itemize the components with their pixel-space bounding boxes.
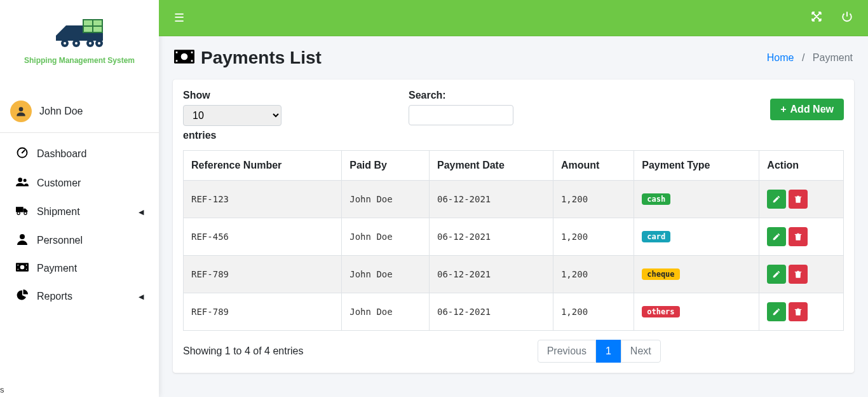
svg-point-28 <box>26 269 27 270</box>
sidebar-item-label: Payment <box>37 263 77 274</box>
cell-paidby: John Doe <box>342 218 430 256</box>
length-select[interactable]: 10 <box>183 105 281 126</box>
svg-point-9 <box>75 42 78 45</box>
logo-icon <box>51 13 108 51</box>
svg-point-17 <box>18 178 22 182</box>
sidebar-item-reports[interactable]: Reports ◀ <box>0 282 159 311</box>
delete-button[interactable] <box>789 302 808 321</box>
delete-button[interactable] <box>789 265 808 284</box>
th-amount[interactable]: Amount <box>553 151 634 181</box>
th-type[interactable]: Payment Type <box>634 151 759 181</box>
svg-rect-37 <box>795 272 802 272</box>
add-new-button[interactable]: + Add New <box>770 99 844 120</box>
svg-point-30 <box>181 53 188 60</box>
sidebar-item-label: Customer <box>37 178 81 189</box>
cell-date: 06-12-2021 <box>429 293 553 331</box>
sidebar-item-label: Dashboard <box>37 148 86 160</box>
svg-rect-34 <box>191 60 193 62</box>
search-input[interactable] <box>409 105 513 125</box>
delete-button[interactable] <box>789 227 808 246</box>
cell-action <box>759 218 844 256</box>
cell-paidby: John Doe <box>342 293 430 331</box>
svg-rect-33 <box>176 60 178 62</box>
svg-point-14 <box>19 107 24 111</box>
data-card: Show 10 entries Search: + Add New <box>173 80 854 373</box>
sidebar-item-customer[interactable]: Customer <box>0 169 159 198</box>
page-next[interactable]: Next <box>621 340 661 363</box>
type-badge: cheque <box>642 268 679 280</box>
cell-ref: REF-789 <box>184 293 342 331</box>
users-icon <box>15 176 29 190</box>
type-badge: cash <box>642 193 670 205</box>
th-date[interactable]: Payment Date <box>429 151 553 181</box>
cell-type: others <box>634 293 759 331</box>
cell-amount: 1,200 <box>553 256 634 293</box>
cell-type: cheque <box>634 256 759 293</box>
svg-rect-36 <box>795 234 802 235</box>
plus-icon: + <box>780 104 786 115</box>
app-name: Shipping Management System <box>10 56 149 65</box>
sidebar-item-dashboard[interactable]: Dashboard <box>0 139 159 169</box>
edit-button[interactable] <box>767 265 786 284</box>
stray-char: s <box>0 385 4 394</box>
cell-ref: REF-123 <box>184 181 342 218</box>
cell-action <box>759 256 844 293</box>
cell-ref: REF-789 <box>184 256 342 293</box>
svg-rect-38 <box>795 309 802 310</box>
sidebar-item-label: Reports <box>37 291 72 302</box>
sidebar-item-label: Personnel <box>37 235 83 246</box>
nav-list: Dashboard Customer Shipment ◀ Personnel … <box>0 133 159 317</box>
logo-area: Shipping Management System <box>0 0 159 71</box>
delete-button[interactable] <box>789 190 808 209</box>
edit-button[interactable] <box>767 302 786 321</box>
bill-icon <box>174 48 194 68</box>
svg-rect-3 <box>84 27 92 32</box>
sidebar: Shipping Management System John Doe Dash… <box>0 0 159 397</box>
menu-toggle-icon[interactable]: ☰ <box>174 11 184 25</box>
svg-point-16 <box>22 152 23 153</box>
svg-rect-1 <box>84 20 92 25</box>
svg-rect-2 <box>93 20 102 25</box>
cell-date: 06-12-2021 <box>429 218 553 256</box>
power-icon[interactable] <box>841 11 853 25</box>
payments-table: Reference Number Paid By Payment Date Am… <box>183 150 844 331</box>
truck-icon <box>15 205 29 218</box>
edit-button[interactable] <box>767 190 786 209</box>
show-label: Show <box>183 90 281 101</box>
th-ref[interactable]: Reference Number <box>184 151 342 181</box>
svg-rect-35 <box>795 197 802 197</box>
svg-rect-31 <box>176 52 178 53</box>
breadcrumb: Home / Payment <box>767 52 853 64</box>
svg-point-24 <box>20 265 25 270</box>
cell-type: cash <box>634 181 759 218</box>
svg-point-11 <box>89 42 92 45</box>
data-toolbar: Show 10 entries Search: + Add New <box>183 90 844 141</box>
breadcrumb-current: Payment <box>813 52 853 63</box>
page-prev[interactable]: Previous <box>538 340 596 363</box>
sidebar-item-shipment[interactable]: Shipment ◀ <box>0 198 159 226</box>
svg-point-25 <box>18 265 19 266</box>
edit-button[interactable] <box>767 227 786 246</box>
cell-action <box>759 293 844 331</box>
cell-paidby: John Doe <box>342 181 430 218</box>
page-1[interactable]: 1 <box>596 340 621 363</box>
svg-rect-32 <box>191 52 193 53</box>
topbar: ☰ <box>159 0 868 36</box>
svg-point-13 <box>98 42 100 45</box>
dashboard-icon <box>15 147 29 161</box>
money-icon <box>15 263 29 274</box>
fullscreen-icon[interactable] <box>811 11 822 25</box>
svg-rect-4 <box>93 27 102 32</box>
th-action[interactable]: Action <box>759 151 844 181</box>
sidebar-item-personnel[interactable]: Personnel <box>0 226 159 255</box>
page-title: Payments List <box>174 48 322 68</box>
svg-point-18 <box>24 179 27 182</box>
cell-date: 06-12-2021 <box>429 256 553 293</box>
search-control: Search: <box>409 90 513 125</box>
cell-type: card <box>634 218 759 256</box>
search-label: Search: <box>409 90 513 101</box>
user-name: John Doe <box>39 106 83 117</box>
breadcrumb-home[interactable]: Home <box>767 52 794 63</box>
th-paidby[interactable]: Paid By <box>342 151 430 181</box>
sidebar-item-payment[interactable]: Payment <box>0 255 159 282</box>
